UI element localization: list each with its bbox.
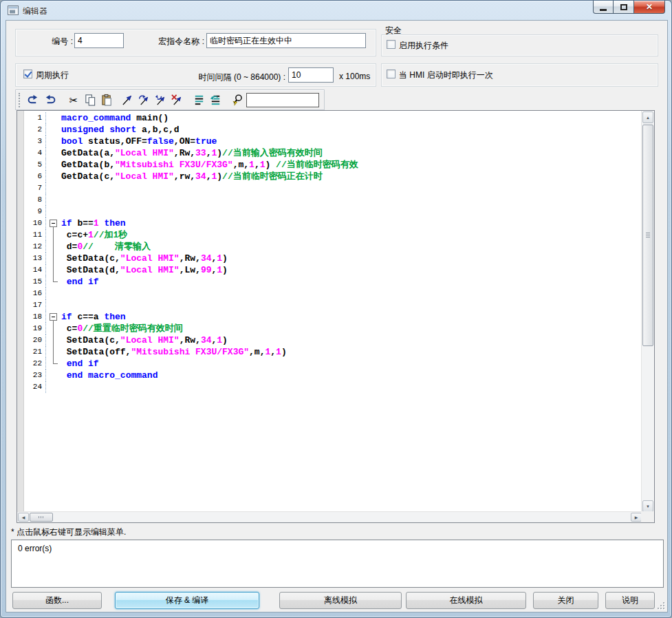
line-number: 2 [25, 124, 46, 136]
line-number: 17 [25, 299, 46, 311]
periodic-label: 周期执行 [36, 70, 69, 81]
code-line: 18if c==a then [17, 311, 641, 323]
macro-id-input[interactable] [74, 33, 124, 48]
copy-icon[interactable] [83, 93, 97, 107]
fold-margin [46, 159, 61, 171]
line-number: 15 [25, 276, 46, 288]
maximize-button[interactable] [614, 1, 633, 14]
undo-icon[interactable] [25, 93, 39, 107]
scrollbar-corner [641, 511, 654, 522]
exec-condition-label: 启用执行条件 [399, 40, 448, 52]
line-number: 13 [25, 253, 46, 264]
line-number: 12 [25, 241, 46, 253]
line-number: 9 [25, 206, 46, 217]
code-line: 10if b==1 then [17, 217, 641, 229]
bookmark-toggle-icon[interactable] [120, 93, 134, 107]
vertical-scroll-thumb[interactable] [642, 125, 653, 346]
editor-toolbar: ✂ [15, 89, 325, 110]
save-compile-button[interactable]: 保存 & 编译 [115, 592, 259, 609]
fold-margin [46, 253, 61, 264]
exec-condition-checkbox[interactable] [387, 40, 395, 49]
dialog-content: 编号 : 宏指令名称 : 安全 启用执行条件 周期执行 时间间隔 (0 ~ 86… [6, 20, 668, 612]
bookmark-prev-icon[interactable] [153, 93, 167, 107]
scroll-up-arrow[interactable]: ▲ [642, 111, 653, 123]
scroll-left-arrow[interactable]: ◀ [18, 513, 29, 522]
title-bar[interactable]: 编辑器 ✕ [1, 1, 671, 20]
code-line: 9 [17, 206, 641, 217]
code-line-text: SetData(d,"Local HMI",Lw,99,1) [61, 264, 228, 276]
bookmark-next-icon[interactable] [137, 93, 151, 107]
line-number: 18 [25, 311, 46, 323]
vertical-scrollbar[interactable]: ▲ ▼ [641, 111, 654, 513]
fold-margin [46, 381, 61, 393]
resize-grip[interactable] [656, 601, 664, 609]
cut-icon[interactable]: ✂ [67, 93, 80, 107]
run-on-startup-checkbox[interactable] [387, 70, 395, 78]
macro-name-label: 宏指令名称 : [142, 36, 204, 47]
interval-unit-label: x 100ms [339, 72, 370, 81]
online-simulation-button[interactable]: 在线模拟 [406, 592, 526, 609]
line-number: 24 [25, 381, 46, 393]
code-line-text: if b==1 then [61, 217, 126, 229]
code-line: 13 SetData(c,"Local HMI",Rw,34,1) [17, 253, 641, 264]
code-line: 17 [17, 299, 641, 311]
toolbar-search-input[interactable] [246, 93, 319, 107]
code-line: 8 [17, 194, 641, 206]
code-editor: 1macro_command main()2unsigned short a,b… [17, 110, 655, 523]
line-number: 1 [25, 112, 46, 124]
code-line: 15 end if [17, 276, 641, 288]
line-number: 8 [25, 194, 46, 206]
fold-collapse-icon[interactable] [50, 220, 57, 227]
paste-icon[interactable] [100, 93, 113, 107]
find-icon[interactable] [230, 93, 244, 107]
line-number: 14 [25, 264, 46, 276]
fold-margin [46, 358, 61, 370]
bookmark-clear-icon[interactable] [170, 93, 184, 107]
fold-margin [46, 288, 61, 299]
code-line: 5GetData(b,"Mitsubishi FX3U/FX3G",m,1,1)… [17, 159, 641, 171]
code-line-text: end if [61, 358, 99, 370]
offline-simulation-button[interactable]: 离线模拟 [279, 592, 402, 609]
fold-margin [46, 346, 61, 358]
line-number: 16 [25, 288, 46, 299]
interval-label: 时间间隔 (0 ~ 864000) : [171, 72, 285, 83]
help-button[interactable]: 说明 [605, 592, 655, 609]
code-line-text: c=0//重置临时密码有效时间 [61, 323, 183, 334]
line-number: 5 [25, 159, 46, 171]
code-text-area[interactable]: 1macro_command main()2unsigned short a,b… [17, 111, 641, 511]
code-line: 21 SetData(off,"Mitsubishi FX3U/FX3G",m,… [17, 346, 641, 358]
close-button[interactable]: ✕ [633, 1, 665, 14]
run-on-startup-label: 当 HMI 启动时即执行一次 [399, 70, 493, 81]
window-title: 编辑器 [23, 6, 47, 17]
code-line-text: GetData(a,"Local HMI",Rw,33,1)//当前输入密码有效… [61, 147, 323, 159]
scroll-down-arrow[interactable]: ▼ [642, 500, 653, 512]
code-line-text: unsigned short a,b,c,d [61, 124, 180, 136]
macro-name-input[interactable] [206, 33, 366, 48]
code-line: 23 end macro_command [17, 370, 641, 381]
code-line-text: GetData(b,"Mitsubishi FX3U/FX3G",m,1,1) … [61, 159, 358, 171]
interval-input[interactable] [288, 67, 334, 83]
fold-margin [46, 323, 61, 334]
redo-icon[interactable] [43, 93, 57, 107]
fold-margin [46, 264, 61, 276]
scroll-right-arrow[interactable]: ▶ [631, 513, 642, 522]
horizontal-scrollbar[interactable]: ◀ ▶ [17, 511, 642, 522]
fold-collapse-icon[interactable] [50, 313, 57, 321]
code-line: 14 SetData(d,"Local HMI",Lw,99,1) [17, 264, 641, 276]
line-number: 4 [25, 147, 46, 159]
app-icon [8, 6, 19, 15]
fold-margin [46, 370, 61, 381]
fold-margin [46, 276, 61, 288]
minimize-icon [600, 9, 607, 11]
outdent-icon[interactable] [208, 93, 222, 107]
maximize-icon [620, 4, 627, 10]
horizontal-scroll-thumb[interactable] [30, 513, 53, 522]
close-dialog-button[interactable]: 关闭 [533, 592, 598, 609]
minimize-button[interactable] [593, 1, 614, 14]
macro-id-label: 编号 : [34, 36, 73, 47]
periodic-checkbox[interactable] [23, 70, 32, 78]
code-line-text: if c==a then [61, 311, 126, 323]
functions-button[interactable]: 函数... [12, 592, 102, 609]
toolbar-grip[interactable] [19, 93, 21, 107]
indent-icon[interactable] [192, 93, 206, 107]
